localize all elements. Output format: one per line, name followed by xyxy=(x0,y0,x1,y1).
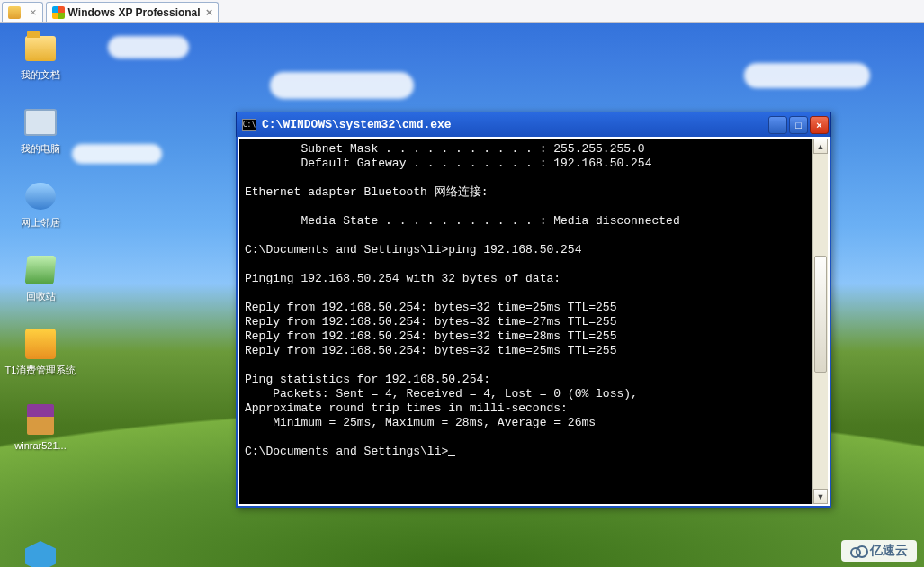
chevron-up-icon: ▲ xyxy=(817,142,825,151)
close-button[interactable]: × xyxy=(810,116,829,134)
desktop-icon-my-documents[interactable]: 我的文档 xyxy=(7,32,74,81)
desktop[interactable]: 我的文档 我的电脑 网上邻居 回收站 T1消费管理系统 winrar521...… xyxy=(0,22,924,567)
desktop-icon-t1-app[interactable]: T1消费管理系统 xyxy=(4,327,77,376)
recycle-icon xyxy=(25,256,57,284)
vertical-scrollbar[interactable]: ▲ ▼ xyxy=(812,139,828,504)
desktop-icon-label: winrar521... xyxy=(7,439,74,452)
window-title-bar[interactable]: C:\ C:\WINDOWS\system32\cmd.exe _ □ × xyxy=(236,112,831,137)
chevron-down-icon: ▼ xyxy=(817,492,825,501)
computer-icon xyxy=(24,109,57,136)
watermark-text: 亿速云 xyxy=(870,543,908,559)
maximize-icon: □ xyxy=(795,120,802,130)
app-icon xyxy=(25,328,56,359)
close-icon: × xyxy=(816,120,821,130)
folder-icon xyxy=(25,36,56,61)
desktop-icon-recycle-bin[interactable]: 回收站 xyxy=(7,253,74,302)
window-title: C:\WINDOWS\system32\cmd.exe xyxy=(262,118,768,131)
scrollbar-thumb[interactable] xyxy=(814,256,827,373)
vm-tab-windows-xp[interactable]: Windows XP Professional × xyxy=(46,2,220,22)
desktop-icon-label: 网上邻居 xyxy=(7,216,74,229)
vm-tab-1[interactable]: × xyxy=(2,2,43,22)
maximize-button[interactable]: □ xyxy=(789,116,808,134)
close-icon[interactable]: × xyxy=(30,6,37,18)
archive-icon xyxy=(27,404,54,435)
minimize-button[interactable]: _ xyxy=(768,116,787,134)
vm-tab-label: Windows XP Professional xyxy=(68,6,201,19)
desktop-icon-my-computer[interactable]: 我的电脑 xyxy=(7,105,74,155)
cube-icon xyxy=(25,541,56,567)
cloud-icon xyxy=(850,545,866,556)
windows-icon xyxy=(52,6,65,19)
window-body: Subnet Mask . . . . . . . . . . . : 255.… xyxy=(236,137,831,508)
home-icon xyxy=(8,6,21,19)
desktop-icon-winrar[interactable]: winrar521... xyxy=(7,402,74,452)
cmd-window[interactable]: C:\ C:\WINDOWS\system32\cmd.exe _ □ × Su… xyxy=(236,112,831,508)
minimize-icon: _ xyxy=(775,120,780,130)
scroll-down-button[interactable]: ▼ xyxy=(813,489,828,504)
desktop-icon-network-places[interactable]: 网上邻居 xyxy=(7,179,74,229)
vm-tab-bar: × Windows XP Professional × xyxy=(0,0,924,22)
cmd-icon: C:\ xyxy=(242,119,256,131)
scroll-up-button[interactable]: ▲ xyxy=(813,139,828,154)
watermark-badge: 亿速云 xyxy=(841,540,917,562)
desktop-icon-label: T1消费管理系统 xyxy=(4,364,77,376)
terminal-output[interactable]: Subnet Mask . . . . . . . . . . . : 255.… xyxy=(239,139,812,504)
globe-icon xyxy=(25,183,56,210)
desktop-icon-cube[interactable] xyxy=(7,539,74,567)
desktop-icon-label: 回收站 xyxy=(7,290,74,302)
desktop-icon-label: 我的电脑 xyxy=(7,142,74,155)
close-icon[interactable]: × xyxy=(206,6,213,18)
desktop-icon-label: 我的文档 xyxy=(7,68,74,81)
